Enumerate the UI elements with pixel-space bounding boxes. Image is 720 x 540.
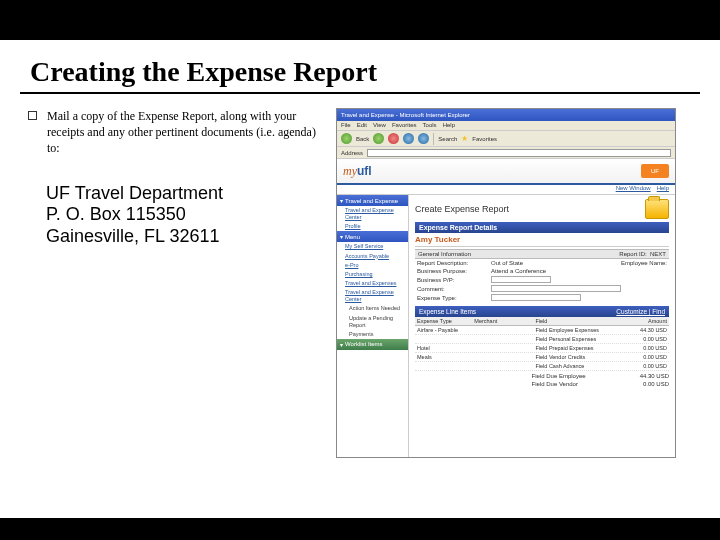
back-label[interactable]: Back	[356, 136, 369, 142]
ie-menubar: File Edit View Favorites Tools Help	[337, 121, 675, 131]
tab-employee-name[interactable]: Amy Tucker	[415, 235, 669, 247]
link-new-window[interactable]: New Window	[616, 185, 651, 194]
stop-icon[interactable]	[388, 133, 399, 144]
table-row[interactable]: Meals Field Vendor Credits 0.00 USD	[415, 353, 669, 362]
table-header: Expense Type Merchant Field Amount	[415, 317, 669, 326]
refresh-icon[interactable]	[403, 133, 414, 144]
search-label[interactable]: Search	[438, 136, 457, 142]
sidebar-sub-action[interactable]: Action Items Needed	[337, 304, 408, 313]
th-field: Field	[533, 317, 626, 325]
report-id: Report ID: NEXT	[619, 251, 666, 257]
sidebar-item-purchasing[interactable]: Purchasing	[337, 270, 408, 279]
toolbar-separator	[433, 133, 434, 145]
forward-icon[interactable]	[373, 133, 384, 144]
menu-help[interactable]: Help	[443, 122, 455, 129]
sidebar-item-ap[interactable]: Accounts Payable	[337, 252, 408, 261]
sidebar-header-menu-label: Menu	[345, 234, 360, 240]
chevron-down-icon: ▾	[340, 197, 343, 204]
sidebar-header-travel[interactable]: ▾ Travel and Expense	[337, 195, 408, 206]
totals-row-due-employee: Field Due Employee 44.30 USD	[415, 373, 669, 379]
logo-ufl: ufl	[357, 164, 372, 178]
portal-header: myufl UF	[337, 159, 675, 185]
table-row[interactable]: Hotel Field Prepaid Expenses 0.00 USD	[415, 344, 669, 353]
expense-lines-label: Expense Line Items	[419, 308, 476, 315]
link-customize-find[interactable]: Customize | Find	[616, 308, 665, 315]
sidebar-header-menu[interactable]: ▾ Menu	[337, 231, 408, 242]
bullet-item: Mail a copy of the Expense Report, along…	[28, 108, 328, 157]
sidebar-header-worklist-label: Worklist Items	[345, 341, 383, 347]
address-line-1: UF Travel Department	[46, 183, 328, 205]
slide-title: Creating the Expense Report	[0, 40, 720, 92]
val-biz-purpose: Attend a Conference	[491, 268, 546, 274]
table-row[interactable]: Airfare - Payable Field Employee Expense…	[415, 326, 669, 335]
lbl-comment: Comment:	[417, 286, 487, 292]
menu-view[interactable]: View	[373, 122, 386, 129]
th-expense-type: Expense Type	[415, 317, 472, 325]
sidebar-item-profile[interactable]: Profile	[337, 222, 408, 231]
val-due-employee: 44.30 USD	[625, 373, 669, 379]
input-comment[interactable]	[491, 285, 621, 292]
th-merchant: Merchant	[472, 317, 533, 325]
mailing-address: UF Travel Department P. O. Box 115350 Ga…	[46, 183, 328, 248]
favorites-label[interactable]: Favorites	[472, 136, 497, 142]
ie-titlebar: Travel and Expense - Microsoft Internet …	[337, 109, 675, 121]
sidebar-item-te[interactable]: Travel and Expenses	[337, 279, 408, 288]
portal-sidebar: ▾ Travel and Expense Travel and Expense …	[337, 195, 409, 457]
section-bar-details: Expense Report Details	[415, 222, 669, 233]
select-exp-type[interactable]	[491, 294, 581, 301]
logo-my: my	[343, 164, 357, 178]
input-biz-pp[interactable]	[491, 276, 551, 283]
totals-row-due-vendor: Field Due Vendor 0.00 USD	[415, 381, 669, 387]
sidebar-item-tec[interactable]: Travel and Expense Center	[337, 288, 408, 304]
table-row[interactable]: Field Personal Expenses 0.00 USD	[415, 335, 669, 344]
favorites-icon[interactable]: ★	[461, 134, 468, 143]
lbl-exp-type: Expense Type:	[417, 295, 487, 301]
sidebar-item-self-service[interactable]: My Self Service	[337, 242, 408, 251]
uf-badge-icon: UF	[641, 164, 669, 178]
chevron-down-icon: ▾	[340, 341, 343, 348]
ie-address-bar: Address	[337, 147, 675, 159]
lbl-due-employee: Field Due Employee	[532, 373, 626, 379]
ie-title-text: Travel and Expense - Microsoft Internet …	[341, 112, 470, 118]
lbl-report-desc: Report Description:	[417, 260, 487, 266]
lbl-employee-name: Employee Name:	[621, 260, 667, 266]
folder-icon	[645, 199, 669, 219]
form-general: Report Description: Out of State Employe…	[415, 259, 669, 302]
sidebar-header-worklist[interactable]: ▾ Worklist Items	[337, 339, 408, 350]
sidebar-header-travel-label: Travel and Expense	[345, 198, 398, 204]
left-column: Mail a copy of the Expense Report, along…	[28, 108, 336, 458]
table-row[interactable]: Field Cash Advance 0.00 USD	[415, 362, 669, 371]
link-help[interactable]: Help	[657, 185, 669, 194]
portal-utility-links: New Window Help	[337, 185, 675, 195]
lbl-biz-purpose: Business Purpose:	[417, 268, 487, 274]
th-amount: Amount	[627, 317, 669, 325]
back-icon[interactable]	[341, 133, 352, 144]
address-label: Address	[341, 150, 363, 156]
sidebar-item-epro[interactable]: e-Pro	[337, 261, 408, 270]
sidebar-item-te-center[interactable]: Travel and Expense Center	[337, 206, 408, 222]
bullet-box-icon	[28, 111, 37, 120]
menu-tools[interactable]: Tools	[423, 122, 437, 129]
ie-toolbar: Back Search ★ Favorites	[337, 131, 675, 147]
address-input[interactable]	[367, 149, 671, 157]
address-line-3: Gainesville, FL 32611	[46, 226, 328, 248]
gen-info-label: General Information	[418, 251, 471, 257]
section-general-info: General Information Report ID: NEXT	[415, 249, 669, 259]
sidebar-sub-payments[interactable]: Payments	[337, 330, 408, 339]
title-underline	[20, 92, 700, 94]
menu-file[interactable]: File	[341, 122, 351, 129]
chevron-down-icon: ▾	[340, 233, 343, 240]
section-bar-lines: Expense Line Items Customize | Find	[415, 306, 669, 317]
bullet-text: Mail a copy of the Expense Report, along…	[47, 108, 328, 157]
home-icon[interactable]	[418, 133, 429, 144]
page-title: Create Expense Report	[415, 204, 509, 214]
lbl-due-vendor: Field Due Vendor	[532, 381, 626, 387]
sidebar-sub-update[interactable]: Update a Pending Report	[337, 314, 408, 330]
address-line-2: P. O. Box 115350	[46, 204, 328, 226]
portal-main: Create Expense Report Expense Report Det…	[409, 195, 675, 457]
val-due-vendor: 0.00 USD	[625, 381, 669, 387]
menu-favorites[interactable]: Favorites	[392, 122, 417, 129]
portal-logo: myufl	[343, 164, 372, 179]
embedded-browser-window: Travel and Expense - Microsoft Internet …	[336, 108, 676, 458]
menu-edit[interactable]: Edit	[357, 122, 367, 129]
